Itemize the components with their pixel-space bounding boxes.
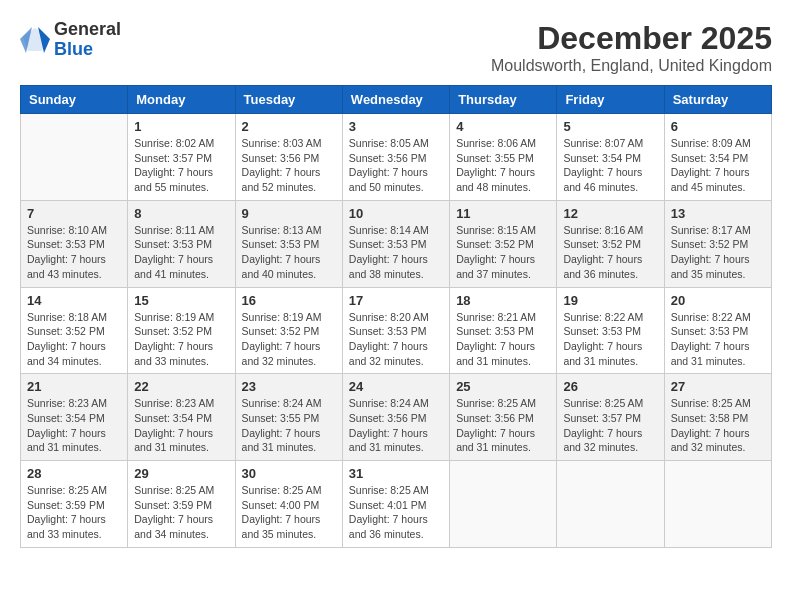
day-info: Sunrise: 8:10 AMSunset: 3:53 PMDaylight:… (27, 223, 121, 282)
day-number: 29 (134, 466, 228, 481)
table-row: 22Sunrise: 8:23 AMSunset: 3:54 PMDayligh… (128, 374, 235, 461)
table-row: 30Sunrise: 8:25 AMSunset: 4:00 PMDayligh… (235, 461, 342, 548)
day-info: Sunrise: 8:19 AMSunset: 3:52 PMDaylight:… (134, 310, 228, 369)
day-number: 27 (671, 379, 765, 394)
day-info: Sunrise: 8:25 AMSunset: 4:00 PMDaylight:… (242, 483, 336, 542)
table-row: 6Sunrise: 8:09 AMSunset: 3:54 PMDaylight… (664, 114, 771, 201)
col-sunday: Sunday (21, 86, 128, 114)
day-info: Sunrise: 8:14 AMSunset: 3:53 PMDaylight:… (349, 223, 443, 282)
col-saturday: Saturday (664, 86, 771, 114)
day-number: 31 (349, 466, 443, 481)
table-row: 25Sunrise: 8:25 AMSunset: 3:56 PMDayligh… (450, 374, 557, 461)
table-row (21, 114, 128, 201)
calendar-week-5: 28Sunrise: 8:25 AMSunset: 3:59 PMDayligh… (21, 461, 772, 548)
day-number: 20 (671, 293, 765, 308)
logo-blue: Blue (54, 40, 121, 60)
day-info: Sunrise: 8:18 AMSunset: 3:52 PMDaylight:… (27, 310, 121, 369)
table-row: 16Sunrise: 8:19 AMSunset: 3:52 PMDayligh… (235, 287, 342, 374)
table-row: 17Sunrise: 8:20 AMSunset: 3:53 PMDayligh… (342, 287, 449, 374)
day-info: Sunrise: 8:09 AMSunset: 3:54 PMDaylight:… (671, 136, 765, 195)
table-row: 7Sunrise: 8:10 AMSunset: 3:53 PMDaylight… (21, 200, 128, 287)
day-number: 3 (349, 119, 443, 134)
day-number: 15 (134, 293, 228, 308)
table-row: 5Sunrise: 8:07 AMSunset: 3:54 PMDaylight… (557, 114, 664, 201)
logo-general: General (54, 20, 121, 40)
day-number: 14 (27, 293, 121, 308)
table-row: 14Sunrise: 8:18 AMSunset: 3:52 PMDayligh… (21, 287, 128, 374)
day-info: Sunrise: 8:23 AMSunset: 3:54 PMDaylight:… (27, 396, 121, 455)
day-number: 11 (456, 206, 550, 221)
table-row: 27Sunrise: 8:25 AMSunset: 3:58 PMDayligh… (664, 374, 771, 461)
day-number: 28 (27, 466, 121, 481)
day-info: Sunrise: 8:22 AMSunset: 3:53 PMDaylight:… (671, 310, 765, 369)
table-row: 1Sunrise: 8:02 AMSunset: 3:57 PMDaylight… (128, 114, 235, 201)
day-number: 5 (563, 119, 657, 134)
day-info: Sunrise: 8:25 AMSunset: 3:59 PMDaylight:… (27, 483, 121, 542)
table-row: 4Sunrise: 8:06 AMSunset: 3:55 PMDaylight… (450, 114, 557, 201)
day-number: 2 (242, 119, 336, 134)
day-number: 26 (563, 379, 657, 394)
table-row: 11Sunrise: 8:15 AMSunset: 3:52 PMDayligh… (450, 200, 557, 287)
location-title: Mouldsworth, England, United Kingdom (491, 57, 772, 75)
day-number: 9 (242, 206, 336, 221)
day-info: Sunrise: 8:24 AMSunset: 3:55 PMDaylight:… (242, 396, 336, 455)
day-number: 25 (456, 379, 550, 394)
day-info: Sunrise: 8:25 AMSunset: 3:58 PMDaylight:… (671, 396, 765, 455)
day-number: 18 (456, 293, 550, 308)
table-row (664, 461, 771, 548)
day-number: 8 (134, 206, 228, 221)
day-number: 23 (242, 379, 336, 394)
day-info: Sunrise: 8:23 AMSunset: 3:54 PMDaylight:… (134, 396, 228, 455)
table-row: 15Sunrise: 8:19 AMSunset: 3:52 PMDayligh… (128, 287, 235, 374)
table-row: 28Sunrise: 8:25 AMSunset: 3:59 PMDayligh… (21, 461, 128, 548)
day-number: 22 (134, 379, 228, 394)
day-number: 10 (349, 206, 443, 221)
table-row: 26Sunrise: 8:25 AMSunset: 3:57 PMDayligh… (557, 374, 664, 461)
title-block: December 2025 Mouldsworth, England, Unit… (491, 20, 772, 75)
col-monday: Monday (128, 86, 235, 114)
col-thursday: Thursday (450, 86, 557, 114)
day-info: Sunrise: 8:25 AMSunset: 3:57 PMDaylight:… (563, 396, 657, 455)
table-row: 23Sunrise: 8:24 AMSunset: 3:55 PMDayligh… (235, 374, 342, 461)
day-info: Sunrise: 8:25 AMSunset: 4:01 PMDaylight:… (349, 483, 443, 542)
calendar: Sunday Monday Tuesday Wednesday Thursday… (20, 85, 772, 548)
table-row: 8Sunrise: 8:11 AMSunset: 3:53 PMDaylight… (128, 200, 235, 287)
day-number: 21 (27, 379, 121, 394)
col-wednesday: Wednesday (342, 86, 449, 114)
day-number: 16 (242, 293, 336, 308)
month-title: December 2025 (491, 20, 772, 57)
day-info: Sunrise: 8:19 AMSunset: 3:52 PMDaylight:… (242, 310, 336, 369)
table-row (450, 461, 557, 548)
day-number: 24 (349, 379, 443, 394)
day-number: 7 (27, 206, 121, 221)
table-row: 2Sunrise: 8:03 AMSunset: 3:56 PMDaylight… (235, 114, 342, 201)
day-number: 30 (242, 466, 336, 481)
calendar-week-2: 7Sunrise: 8:10 AMSunset: 3:53 PMDaylight… (21, 200, 772, 287)
day-number: 17 (349, 293, 443, 308)
day-info: Sunrise: 8:22 AMSunset: 3:53 PMDaylight:… (563, 310, 657, 369)
table-row: 20Sunrise: 8:22 AMSunset: 3:53 PMDayligh… (664, 287, 771, 374)
calendar-header-row: Sunday Monday Tuesday Wednesday Thursday… (21, 86, 772, 114)
day-info: Sunrise: 8:11 AMSunset: 3:53 PMDaylight:… (134, 223, 228, 282)
day-info: Sunrise: 8:13 AMSunset: 3:53 PMDaylight:… (242, 223, 336, 282)
day-number: 13 (671, 206, 765, 221)
day-number: 12 (563, 206, 657, 221)
page-header: General Blue December 2025 Mouldsworth, … (20, 20, 772, 75)
table-row: 12Sunrise: 8:16 AMSunset: 3:52 PMDayligh… (557, 200, 664, 287)
table-row: 31Sunrise: 8:25 AMSunset: 4:01 PMDayligh… (342, 461, 449, 548)
logo-icon (20, 25, 50, 55)
day-number: 1 (134, 119, 228, 134)
calendar-week-4: 21Sunrise: 8:23 AMSunset: 3:54 PMDayligh… (21, 374, 772, 461)
day-info: Sunrise: 8:25 AMSunset: 3:59 PMDaylight:… (134, 483, 228, 542)
day-info: Sunrise: 8:20 AMSunset: 3:53 PMDaylight:… (349, 310, 443, 369)
table-row (557, 461, 664, 548)
col-friday: Friday (557, 86, 664, 114)
day-info: Sunrise: 8:25 AMSunset: 3:56 PMDaylight:… (456, 396, 550, 455)
day-number: 19 (563, 293, 657, 308)
table-row: 19Sunrise: 8:22 AMSunset: 3:53 PMDayligh… (557, 287, 664, 374)
logo: General Blue (20, 20, 121, 60)
day-number: 6 (671, 119, 765, 134)
day-info: Sunrise: 8:05 AMSunset: 3:56 PMDaylight:… (349, 136, 443, 195)
calendar-week-1: 1Sunrise: 8:02 AMSunset: 3:57 PMDaylight… (21, 114, 772, 201)
table-row: 9Sunrise: 8:13 AMSunset: 3:53 PMDaylight… (235, 200, 342, 287)
